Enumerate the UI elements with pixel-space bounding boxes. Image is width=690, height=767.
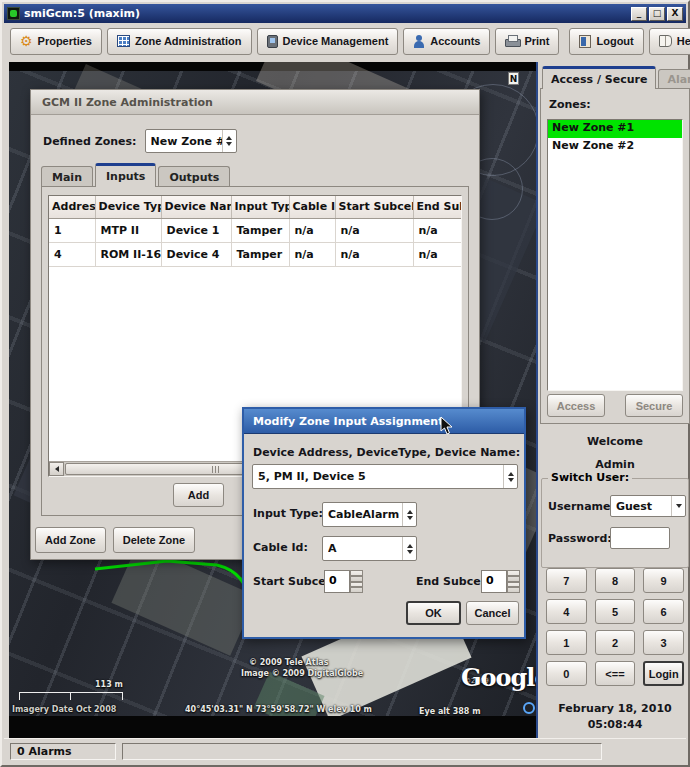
table-row[interactable]: 1 MTP II Device 1 Tamper n/a n/a n/a <box>49 218 462 242</box>
col-device-name[interactable]: Device Name <box>161 196 231 218</box>
properties-button[interactable]: ⚙ Properties <box>10 28 102 55</box>
spin-up-icon[interactable] <box>507 570 520 582</box>
cable-id-combobox[interactable]: A <box>322 536 417 561</box>
defined-zones-label: Defined Zones: <box>43 135 137 148</box>
keypad-0-button[interactable]: 0 <box>546 661 587 686</box>
zone-admin-tabs: Main Inputs Outputs <box>41 163 232 187</box>
keypad-6-button[interactable]: 6 <box>643 599 684 624</box>
access-label: Access <box>557 400 596 412</box>
col-end-subcell[interactable]: End Subcell <box>413 196 462 218</box>
ok-button[interactable]: OK <box>406 601 461 625</box>
google-year-label: ©2009 <box>464 677 489 685</box>
zone-grid-icon <box>117 35 130 47</box>
table-row[interactable]: 4 ROM II-16 Device 4 Tamper n/a n/a n/a <box>49 242 462 266</box>
login-button[interactable]: Login <box>643 661 684 686</box>
end-subcell-spinbox[interactable]: 0 <box>481 570 520 593</box>
switch-user-label: Switch User: <box>548 471 632 484</box>
window-titlebar[interactable]: smiGcm:5 (maxim) _ □ X <box>4 4 686 23</box>
logout-door-icon <box>579 35 591 48</box>
logout-label: Logout <box>596 35 633 47</box>
combo-spin-icon[interactable] <box>222 130 236 152</box>
cable-id-label: Cable Id: <box>253 541 308 554</box>
keypad-9-button[interactable]: 9 <box>643 568 684 593</box>
maximize-button[interactable]: □ <box>649 7 665 21</box>
tab-alarm[interactable]: Alarm <box>658 69 690 89</box>
combo-spin-icon[interactable] <box>503 465 517 488</box>
keypad-8-button[interactable]: 8 <box>595 568 636 593</box>
map-building-block <box>111 543 256 655</box>
logout-button[interactable]: Logout <box>569 28 643 55</box>
zone-administration-button[interactable]: Zone Administration <box>107 28 252 55</box>
tab-main[interactable]: Main <box>41 166 93 187</box>
nav-circle-icon[interactable] <box>523 702 535 714</box>
zones-listbox[interactable]: New Zone #1 New Zone #2 <box>547 119 683 391</box>
spin-down-icon[interactable] <box>507 582 520 594</box>
compass-north-icon[interactable]: N <box>508 72 519 85</box>
cell: Tamper <box>231 218 289 242</box>
help-button[interactable]: Help <box>649 28 690 55</box>
col-device-type[interactable]: Device Type <box>95 196 161 218</box>
keypad-3-button[interactable]: 3 <box>643 630 684 655</box>
status-bar: 0 Alarms <box>4 738 686 763</box>
accounts-button[interactable]: Accounts <box>403 28 490 55</box>
properties-label: Properties <box>38 35 92 47</box>
col-cable-id[interactable]: Cable Id <box>289 196 335 218</box>
username-combobox[interactable]: Guest <box>610 495 686 517</box>
defined-zones-value: New Zone #1 <box>151 135 222 148</box>
cell: n/a <box>335 218 413 242</box>
inputs-table[interactable]: Address Device Type Device Name Input Ty… <box>49 196 462 267</box>
tab-inputs[interactable]: Inputs <box>95 163 156 187</box>
add-input-button[interactable]: Add <box>173 483 224 507</box>
keypad-5-button[interactable]: 5 <box>595 599 636 624</box>
keypad-2-button[interactable]: 2 <box>595 630 636 655</box>
spin-down-icon[interactable] <box>350 582 363 594</box>
delete-zone-button[interactable]: Delete Zone <box>113 527 195 553</box>
alarms-count-label: 0 Alarms <box>17 745 72 758</box>
cell: ROM II-16 <box>95 242 161 266</box>
cell: n/a <box>289 218 335 242</box>
cancel-button[interactable]: Cancel <box>466 601 519 625</box>
access-button[interactable]: Access <box>547 394 605 417</box>
accounts-label: Accounts <box>430 35 480 47</box>
col-start-subcell[interactable]: Start Subcell <box>335 196 413 218</box>
zones-frame: Zones: New Zone #1 New Zone #2 Access Se… <box>540 88 690 424</box>
minimize-button[interactable]: _ <box>631 7 647 21</box>
spin-up-icon[interactable] <box>350 570 363 582</box>
tab-outputs[interactable]: Outputs <box>158 166 230 187</box>
modal-titlebar[interactable]: Modify Zone Input Assignment <box>244 409 524 434</box>
zone-admin-dialog-titlebar[interactable]: GCM II Zone Administration <box>31 90 479 115</box>
col-input-type[interactable]: Input Type <box>231 196 289 218</box>
secure-button[interactable]: Secure <box>625 394 683 417</box>
tab-access-secure[interactable]: Access / Secure <box>542 66 656 89</box>
device-management-button[interactable]: Device Management <box>257 28 399 55</box>
keypad-7-button[interactable]: 7 <box>546 568 587 593</box>
input-type-combobox[interactable]: CableAlarm <box>322 502 417 527</box>
backspace-button[interactable]: <== <box>595 661 636 686</box>
scroll-left-icon[interactable] <box>49 462 64 476</box>
username-value: Guest <box>616 500 671 513</box>
close-button[interactable]: X <box>667 7 683 21</box>
keypad-1-button[interactable]: 1 <box>546 630 587 655</box>
defined-zones-combobox[interactable]: New Zone #1 <box>145 129 237 153</box>
start-subcell-spinbox[interactable]: 0 <box>324 570 363 593</box>
zone-administration-label: Zone Administration <box>135 35 242 47</box>
keypad-4-button[interactable]: 4 <box>546 599 587 624</box>
cancel-label: Cancel <box>474 607 510 619</box>
device-combobox[interactable]: 5, PM II, Device 5 <box>252 464 518 489</box>
current-user-text: Admin <box>540 458 690 471</box>
coordinates-label: 40°45'03.31" N 73°59'58.72" W elev 10 m <box>185 705 372 714</box>
password-field[interactable] <box>610 527 670 549</box>
add-zone-button[interactable]: Add Zone <box>35 527 106 553</box>
person-icon <box>413 35 425 48</box>
combo-spin-icon[interactable] <box>402 503 416 526</box>
combo-spin-icon[interactable] <box>402 537 416 560</box>
date-text: February 18, 2010 <box>540 702 690 715</box>
col-address[interactable]: Address <box>49 196 95 218</box>
chevron-down-icon[interactable] <box>671 496 685 516</box>
delete-zone-label: Delete Zone <box>123 534 185 546</box>
print-button[interactable]: Print <box>495 28 559 55</box>
zone-list-item[interactable]: New Zone #1 <box>548 120 682 138</box>
zone-list-item[interactable]: New Zone #2 <box>548 138 682 156</box>
secure-label: Secure <box>636 400 673 412</box>
time-text: 05:08:44 <box>540 718 690 731</box>
